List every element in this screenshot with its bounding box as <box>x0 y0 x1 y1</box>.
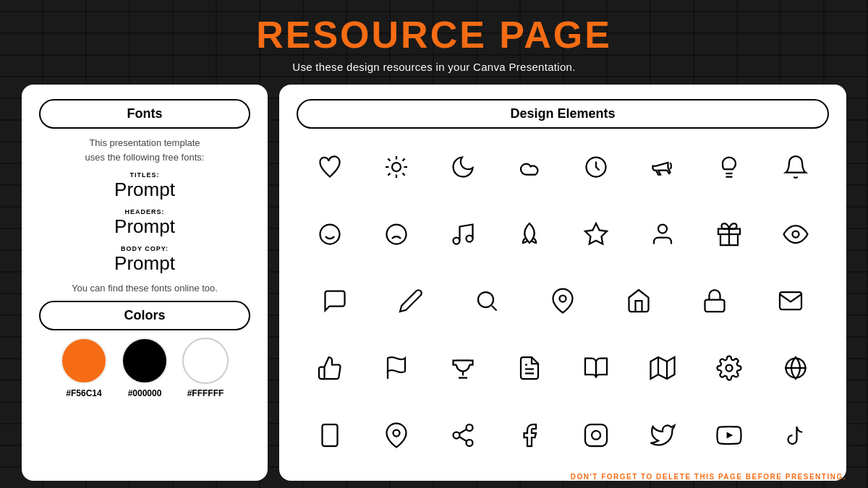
twitter-icon <box>641 417 684 453</box>
star-icon <box>574 216 618 252</box>
color-swatch-orange: #F56C14 <box>61 338 107 398</box>
colors-section-header: Colors <box>39 301 250 330</box>
headers-font: Prompt <box>39 215 250 238</box>
color-hex-black: #000000 <box>128 388 162 398</box>
settings-icon <box>707 350 751 386</box>
icons-row-4 <box>297 350 829 386</box>
page-wrapper: RESOURCE PAGE Use these design resources… <box>0 0 868 488</box>
svg-line-6 <box>402 174 404 176</box>
font-titles-entry: TITLES: Prompt <box>39 171 250 201</box>
svg-point-41 <box>454 432 460 438</box>
moon-icon <box>441 149 485 185</box>
eye-icon <box>774 216 817 252</box>
icons-row-5 <box>297 417 829 453</box>
sun-icon <box>375 149 418 185</box>
svg-marker-47 <box>727 432 733 438</box>
megaphone-icon <box>641 149 684 185</box>
trophy-icon <box>441 350 485 386</box>
color-swatch-black: #000000 <box>122 338 168 398</box>
svg-point-0 <box>392 163 401 171</box>
icons-row-3 <box>297 283 829 319</box>
color-circle-white <box>182 338 229 384</box>
color-swatch-white: #FFFFFF <box>182 338 229 398</box>
svg-line-25 <box>492 306 497 311</box>
titles-label: TITLES: <box>39 171 250 179</box>
bell-icon <box>774 149 817 185</box>
svg-rect-37 <box>323 424 338 446</box>
svg-line-5 <box>388 159 390 161</box>
font-headers-entry: HEADERS: Prompt <box>39 208 250 238</box>
color-circle-orange <box>61 338 107 384</box>
svg-line-8 <box>402 159 404 161</box>
page-title: RESOURCE PAGE <box>256 13 612 56</box>
rocket-icon <box>508 216 551 252</box>
color-hex-orange: #F56C14 <box>66 388 101 398</box>
cloud-icon <box>508 149 551 185</box>
body-font: Prompt <box>39 252 250 275</box>
home-icon <box>617 283 660 319</box>
icons-grid <box>297 136 829 466</box>
instagram-icon <box>574 417 618 453</box>
lightbulb-icon <box>707 149 751 185</box>
search-icon <box>465 283 509 319</box>
svg-line-44 <box>459 429 467 433</box>
svg-point-14 <box>387 224 407 244</box>
color-circle-black <box>122 338 168 384</box>
user-icon <box>641 216 684 252</box>
document-icon <box>508 350 551 386</box>
svg-point-40 <box>467 424 473 431</box>
fonts-note: You can find these fonts online too. <box>39 283 250 294</box>
colors-section: Colors #F56C14 #000000 #FFFFFF <box>39 301 250 398</box>
tiktok-icon <box>774 417 817 453</box>
heart-icon <box>308 149 352 185</box>
youtube-icon <box>707 417 751 453</box>
music-icon <box>441 216 485 252</box>
right-panel: Design Elements <box>279 85 846 481</box>
design-elements-header: Design Elements <box>297 99 829 129</box>
fonts-section-header: Fonts <box>39 99 250 129</box>
chat-icon <box>313 283 357 319</box>
left-panel: Fonts This presentation templateuses the… <box>22 85 268 481</box>
svg-point-26 <box>559 296 566 302</box>
page-subtitle: Use these design resources in your Canva… <box>292 61 575 73</box>
svg-point-18 <box>467 235 473 241</box>
svg-point-39 <box>393 429 400 436</box>
icons-row-2 <box>297 216 829 252</box>
svg-line-43 <box>459 437 467 441</box>
share-icon <box>441 417 485 453</box>
facebook-icon <box>508 417 551 453</box>
svg-marker-19 <box>585 223 607 244</box>
book-icon <box>574 350 618 386</box>
footer-note: DON'T FORGET TO DELETE THIS PAGE BEFORE … <box>571 473 846 481</box>
globe-icon <box>774 350 817 386</box>
svg-point-17 <box>454 237 460 244</box>
headers-label: HEADERS: <box>39 208 250 215</box>
frown-icon <box>375 216 418 252</box>
titles-font: Prompt <box>39 179 250 201</box>
svg-rect-27 <box>705 300 725 312</box>
flag-icon <box>375 350 418 386</box>
tablet-icon <box>308 417 352 453</box>
svg-point-42 <box>467 440 473 446</box>
body-label: BODY COPY: <box>39 245 250 252</box>
color-hex-white: #FFFFFF <box>187 388 224 398</box>
svg-rect-45 <box>585 424 607 446</box>
location-icon <box>375 417 418 453</box>
fonts-description: This presentation templateuses the follo… <box>39 136 250 164</box>
clock-icon <box>574 149 618 185</box>
main-content: Fonts This presentation templateuses the… <box>22 85 846 481</box>
smile-icon <box>308 216 352 252</box>
envelope-icon <box>769 283 812 319</box>
font-body-entry: BODY COPY: Prompt <box>39 245 250 275</box>
map-icon <box>641 350 684 386</box>
pin-icon <box>541 283 584 319</box>
svg-point-20 <box>658 224 667 233</box>
color-swatches: #F56C14 #000000 #FFFFFF <box>39 338 250 398</box>
svg-point-23 <box>793 231 799 237</box>
svg-point-11 <box>320 224 340 244</box>
gift-icon <box>707 216 751 252</box>
svg-line-7 <box>388 174 390 176</box>
lock-icon <box>693 283 736 319</box>
svg-marker-31 <box>651 357 675 379</box>
icons-row-1 <box>297 149 829 185</box>
